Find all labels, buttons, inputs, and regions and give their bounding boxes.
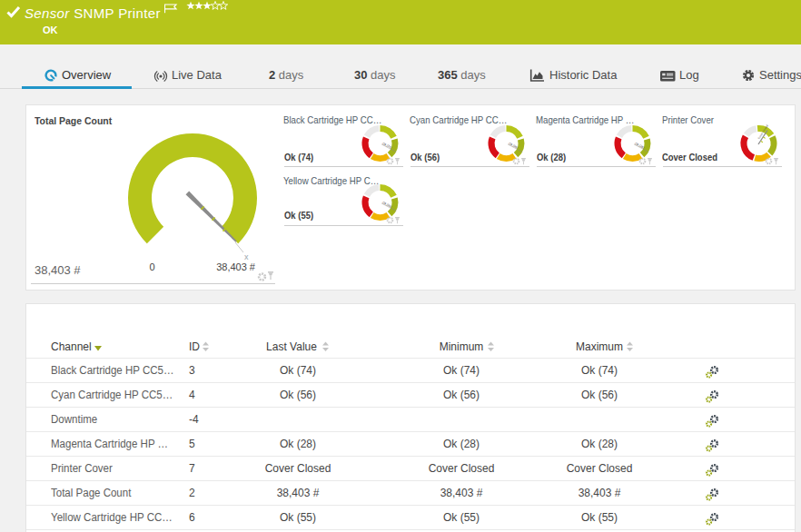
svg-text:Ok (55): Ok (55) [382,201,393,209]
svg-text:Ok (56): Ok (56) [509,142,519,150]
svg-text:x: x [244,252,249,261]
svg-text:Ok (28): Ok (28) [635,142,646,150]
svg-text:Ok (74): Ok (74) [382,142,393,150]
